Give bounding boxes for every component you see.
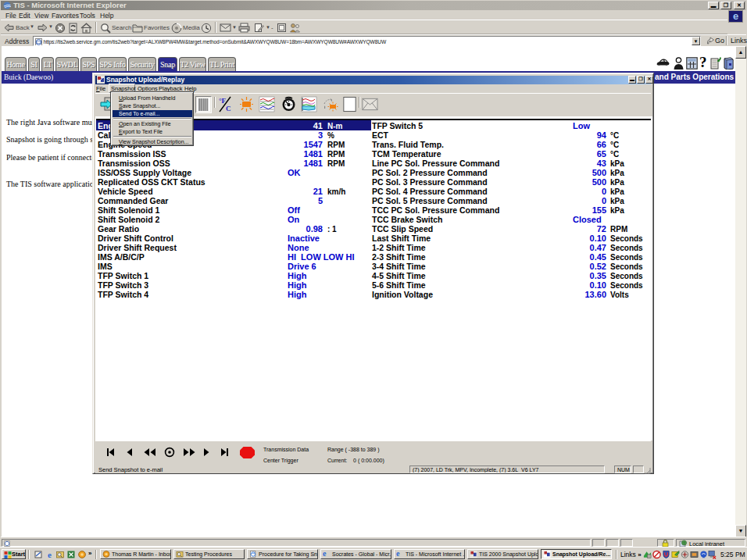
svg-text:C: C <box>226 105 231 112</box>
